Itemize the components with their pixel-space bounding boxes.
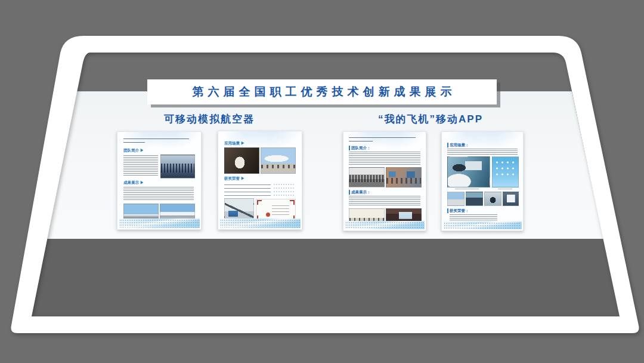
poster4-decorative-band bbox=[443, 222, 522, 229]
poster2-header-scenes: 应用场景 ▶ bbox=[224, 141, 244, 146]
poster2-award-line bbox=[224, 183, 295, 186]
office-work-photo bbox=[386, 167, 422, 187]
poster4-header-scenes: 应用场景： bbox=[447, 143, 469, 147]
photo-caption-line bbox=[498, 189, 512, 189]
poster1-results-text bbox=[123, 187, 194, 201]
poster3-header-results: 成果展示： bbox=[349, 190, 371, 195]
poster1-decorative-band bbox=[119, 219, 200, 228]
poster4-scene-text bbox=[447, 149, 518, 155]
exhibition-wall-render: { "wall": { "title": "第六届全国职工优秀技术创新成果展示"… bbox=[0, 0, 644, 363]
poster3-meta-lines bbox=[349, 137, 416, 140]
section-title-right: “我的飞机”移动APP bbox=[351, 112, 510, 125]
poster3-meta-line2 bbox=[349, 141, 373, 143]
poster2-award-line bbox=[224, 194, 295, 196]
poster1-meta-lines bbox=[123, 139, 189, 141]
poster3-header-team: 团队简介： bbox=[349, 146, 371, 150]
bw-team-photo bbox=[349, 167, 385, 187]
poster2-decorative-band bbox=[219, 219, 301, 228]
display-frame bbox=[0, 0, 644, 363]
poster2-award-line bbox=[224, 190, 295, 193]
certificate-seal bbox=[266, 213, 270, 217]
exhibition-title: 第六届全国职工优秀技术创新成果展示 bbox=[188, 84, 456, 100]
app-ui-screenshot bbox=[492, 156, 519, 187]
simulator-nose-photo bbox=[224, 147, 259, 174]
poster-aircraft-intro: 团队简介 ▶ 成果展示 ▶ bbox=[117, 131, 202, 230]
poster1-header-team: 团队简介 ▶ bbox=[123, 148, 144, 153]
aircraft-small-photo bbox=[447, 192, 465, 206]
poster1-team-text bbox=[123, 155, 158, 177]
team-group-photo bbox=[160, 155, 195, 179]
phone-in-hand-photo bbox=[484, 192, 501, 206]
section-title-left: 可移动模拟航空器 bbox=[134, 112, 284, 125]
poster3-team-text bbox=[349, 152, 420, 165]
poster3-decorative-band bbox=[345, 221, 425, 229]
exhibition-title-plaque: 第六届全国职工优秀技术创新成果展示 bbox=[147, 79, 497, 104]
poster2-award-line bbox=[224, 187, 295, 189]
poster4-award-list bbox=[450, 214, 497, 222]
poster1-meta-line2 bbox=[123, 142, 145, 144]
cockpit-window-photo bbox=[466, 192, 483, 206]
poster4-header-awards: 获奖荣誉： bbox=[447, 208, 469, 213]
poster-aircraft-results: 应用场景 ▶ 获奖荣誉 ▶ bbox=[218, 131, 302, 230]
poster-app-scenes: 应用场景： 获奖荣誉： bbox=[441, 131, 524, 231]
poster1-header-results: 成果展示 ▶ bbox=[123, 180, 144, 185]
poster3-results-text bbox=[349, 196, 420, 207]
certificate-text-lines bbox=[272, 205, 289, 215]
cockpit-user-photo bbox=[447, 156, 490, 187]
poster2-header-awards: 获奖荣誉 ▶ bbox=[224, 176, 244, 181]
app-screen-closeup bbox=[503, 192, 519, 206]
photo-caption-line bbox=[455, 189, 479, 189]
aircraft-towing-photo bbox=[261, 147, 296, 174]
poster-app-intro: 团队简介： 成果展示： bbox=[343, 131, 426, 231]
